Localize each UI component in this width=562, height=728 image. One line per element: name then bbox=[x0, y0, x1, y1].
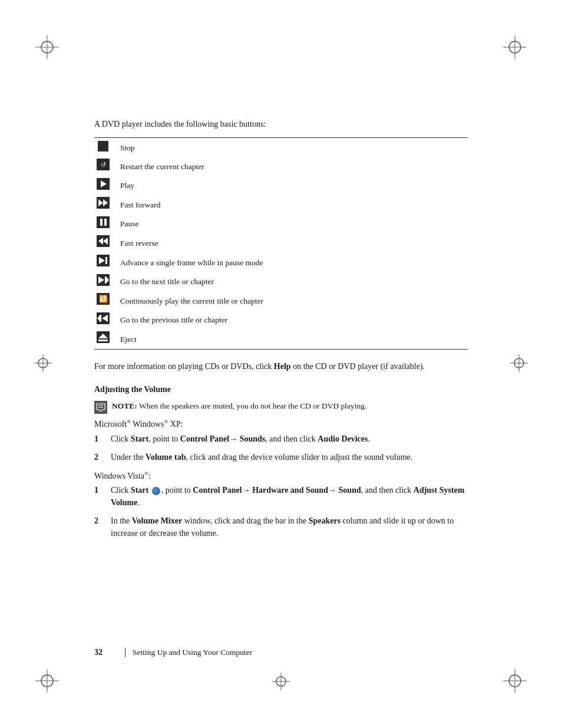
icon-cell-stop bbox=[94, 139, 115, 157]
svg-rect-46 bbox=[100, 315, 101, 322]
note-text: When the speakers are muted, you do not … bbox=[137, 401, 367, 410]
list-item: 1 Click Start , point to Control Panel→ … bbox=[94, 484, 468, 509]
prev-chapter-icon bbox=[97, 317, 110, 326]
svg-rect-40 bbox=[105, 276, 106, 284]
table-row: Go to the previous title or chapter bbox=[94, 311, 468, 330]
table-row: Eject bbox=[94, 330, 468, 349]
svg-rect-21 bbox=[98, 141, 108, 151]
svg-rect-31 bbox=[104, 219, 107, 226]
xp-steps-list: 1 Click Start, point to Control Panel→ S… bbox=[94, 433, 468, 463]
step-number: 2 bbox=[94, 515, 106, 527]
play-label: Play bbox=[115, 176, 468, 196]
table-row: 🔁 Continuously play the current title or… bbox=[94, 291, 468, 311]
fast-reverse-icon bbox=[97, 240, 110, 249]
step-number: 1 bbox=[94, 484, 106, 496]
icon-cell-prev bbox=[94, 311, 115, 330]
step-content: In the Volume Mixer window, click and dr… bbox=[106, 515, 468, 539]
for-more-text-prefix: For more information on playing CDs or D… bbox=[94, 362, 274, 371]
page-number: 32 bbox=[94, 648, 118, 657]
svg-text:🔁: 🔁 bbox=[99, 294, 108, 303]
list-item: 2 Under the Volume tab, click and drag t… bbox=[94, 451, 468, 463]
icon-cell-pause bbox=[94, 215, 115, 234]
table-row: Fast forward bbox=[94, 195, 468, 215]
icon-cell-ff bbox=[94, 195, 115, 215]
page-footer: 32 Setting Up and Using Your Computer bbox=[94, 648, 468, 657]
step-number: 2 bbox=[94, 451, 106, 463]
table-row: Go to the next title or chapter bbox=[94, 272, 468, 292]
table-row: Advance a single frame while in pause mo… bbox=[94, 253, 468, 272]
for-more-paragraph: For more information on playing CDs or D… bbox=[94, 360, 468, 373]
adjusting-volume-heading: Adjusting the Volume bbox=[94, 385, 468, 394]
step-content: Click Start, point to Control Panel→ Sou… bbox=[106, 433, 468, 445]
next-chapter-label: Go to the next title or chapter bbox=[115, 272, 468, 292]
table-row: Play bbox=[94, 176, 468, 196]
footer-divider bbox=[125, 648, 125, 657]
table-row: Pause bbox=[94, 215, 468, 234]
step-content: Under the Volume tab, click and drag the… bbox=[106, 451, 468, 463]
icon-cell-eject bbox=[94, 330, 115, 349]
rewind-label: Fast reverse bbox=[115, 233, 468, 253]
fast-forward-icon bbox=[97, 202, 110, 210]
icon-cell-restart: ↺ bbox=[94, 157, 115, 176]
table-row: Fast reverse bbox=[94, 233, 468, 253]
center-registration-mark bbox=[272, 673, 290, 693]
repeat-label: Continuously play the current title or c… bbox=[115, 291, 468, 311]
note-icon bbox=[94, 401, 107, 414]
note-content: NOTE: When the speakers are muted, you d… bbox=[112, 400, 366, 412]
right-registration-mark bbox=[510, 354, 528, 374]
footer-text: Setting Up and Using Your Computer bbox=[133, 648, 252, 657]
pause-label: Pause bbox=[115, 215, 468, 234]
main-content: A DVD player includes the following basi… bbox=[94, 118, 468, 546]
ff-label: Fast forward bbox=[115, 195, 468, 215]
svg-rect-29 bbox=[97, 216, 110, 228]
next-chapter-icon bbox=[97, 279, 110, 288]
list-item: 1 Click Start, point to Control Panel→ S… bbox=[94, 433, 468, 445]
icon-cell-repeat: 🔁 bbox=[94, 291, 115, 311]
repeat-icon: 🔁 bbox=[97, 298, 110, 307]
corner-mark-tr bbox=[503, 35, 527, 59]
eject-icon bbox=[97, 336, 110, 345]
note-box: NOTE: When the speakers are muted, you d… bbox=[94, 400, 468, 414]
stop-label: Stop bbox=[115, 139, 468, 157]
note-label: NOTE: bbox=[112, 401, 137, 410]
table-row: ↺ Restart the current chapter bbox=[94, 157, 468, 176]
svg-rect-37 bbox=[105, 257, 107, 264]
icon-cell-next bbox=[94, 272, 115, 292]
frame-advance-icon bbox=[97, 259, 110, 268]
left-registration-mark bbox=[34, 354, 52, 374]
frame-advance-label: Advance a single frame while in pause mo… bbox=[115, 253, 468, 272]
corner-mark-tl bbox=[35, 35, 59, 59]
vista-steps-list: 1 Click Start , point to Control Panel→ … bbox=[94, 484, 468, 539]
eject-label: Eject bbox=[115, 330, 468, 349]
dvd-buttons-table: Stop ↺ Restart the current chapter Pl bbox=[94, 137, 468, 351]
ms-xp-label: Microsoft® Windows® XP: bbox=[94, 419, 468, 429]
pause-icon bbox=[97, 221, 110, 230]
intro-paragraph: A DVD player includes the following basi… bbox=[94, 118, 468, 130]
icon-cell-frame bbox=[94, 253, 115, 272]
step-content: Click Start , point to Control Panel→ Ha… bbox=[106, 484, 468, 509]
table-row: Stop bbox=[94, 139, 468, 157]
svg-rect-30 bbox=[100, 219, 103, 226]
stop-icon bbox=[98, 144, 108, 153]
start-button-icon bbox=[152, 487, 160, 495]
help-bold: Help bbox=[274, 362, 291, 371]
icon-cell-rewind bbox=[94, 233, 115, 253]
restart-label: Restart the current chapter bbox=[115, 157, 468, 176]
svg-rect-50 bbox=[98, 340, 108, 341]
icon-cell-play bbox=[94, 176, 115, 196]
restart-icon: ↺ bbox=[97, 163, 110, 172]
step-number: 1 bbox=[94, 433, 106, 445]
for-more-text-suffix: on the CD or DVD player (if available). bbox=[291, 362, 425, 371]
play-icon bbox=[97, 183, 110, 192]
list-item: 2 In the Volume Mixer window, click and … bbox=[94, 515, 468, 539]
vista-label: Windows Vista®: bbox=[94, 470, 468, 481]
corner-mark-br bbox=[503, 669, 527, 693]
corner-mark-bl bbox=[35, 669, 59, 693]
prev-chapter-label: Go to the previous title or chapter bbox=[115, 311, 468, 330]
svg-text:↺: ↺ bbox=[101, 161, 106, 168]
